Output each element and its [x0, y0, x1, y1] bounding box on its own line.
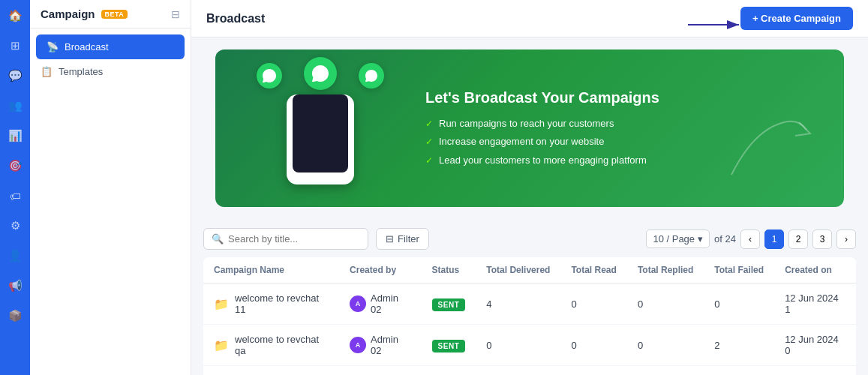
left-sidebar: Campaign BETA ⊟ 📡 Broadcast 📋 Templates	[30, 0, 191, 375]
toolbar: 🔍 ⊟ Filter 10 / Page ▾ of 24 ‹ 1 2 3 ›	[203, 219, 856, 257]
search-icon: 🔍	[212, 233, 224, 244]
cell-created-by-0: A Admin 02	[339, 284, 422, 325]
campaign-table: Campaign Name Created by Status Total De…	[203, 257, 856, 375]
cell-replied-0: 0	[627, 284, 704, 325]
cell-failed-2: 3	[704, 366, 774, 376]
total-pages: of 24	[714, 233, 736, 244]
chevron-down-icon: ▾	[698, 233, 703, 244]
broadcast-label: Broadcast	[65, 41, 109, 52]
user-icon[interactable]: 👤	[7, 248, 23, 264]
search-box[interactable]: 🔍	[203, 228, 368, 250]
chart-icon[interactable]: 📊	[7, 128, 23, 144]
cell-read-0: 0	[560, 284, 626, 325]
sidebar-item-templates[interactable]: 📋 Templates	[30, 59, 191, 84]
cell-created-by-2: A Admin 02	[339, 366, 422, 376]
arrow-indicator	[688, 16, 748, 33]
target-icon[interactable]: 🎯	[7, 158, 23, 174]
cell-status-2: SENT	[422, 366, 476, 376]
beta-badge: BETA	[101, 10, 128, 19]
per-page-label: 10 / Page	[653, 233, 695, 244]
cell-name-1: 📁 welcome to revchat qa	[203, 325, 339, 366]
check-icon-2: ✓	[425, 136, 433, 148]
wa-bubble-2	[304, 57, 337, 90]
grid-icon[interactable]: ⊞	[7, 38, 23, 54]
col-total-read: Total Read	[560, 257, 626, 284]
contacts-icon[interactable]: 👥	[7, 98, 23, 114]
cell-created-on-2: 12 Jun 2024 0	[774, 366, 856, 376]
page-title: Broadcast	[206, 12, 265, 26]
banner-illustration	[245, 72, 395, 184]
col-campaign-name: Campaign Name	[203, 257, 339, 284]
cell-delivered-2: 0	[476, 366, 560, 376]
wa-bubble-3	[359, 63, 384, 88]
sidebar-collapse-button[interactable]: ⊟	[171, 8, 180, 20]
page-button-2[interactable]: 2	[788, 230, 808, 249]
col-created-on: Created on	[774, 257, 856, 284]
col-created-by: Created by	[339, 257, 422, 284]
filter-label: Filter	[398, 233, 419, 244]
table-row: 📁 welcome to revchat 11 A Admin 02 SENT …	[203, 284, 856, 325]
megaphone-icon[interactable]: 📢	[7, 278, 23, 294]
col-total-failed: Total Failed	[704, 257, 774, 284]
broadcast-icon: 📡	[47, 41, 59, 52]
create-campaign-button[interactable]: + Create Campaign	[740, 7, 853, 30]
sidebar-item-broadcast[interactable]: 📡 Broadcast	[36, 34, 185, 59]
next-page-button[interactable]: ›	[836, 230, 856, 249]
templates-icon: 📋	[41, 66, 53, 77]
table-header: Campaign Name Created by Status Total De…	[203, 257, 856, 284]
table-header-row: Campaign Name Created by Status Total De…	[203, 257, 856, 284]
cell-replied-2: 0	[627, 366, 704, 376]
cell-name-0: 📁 welcome to revchat 11	[203, 284, 339, 325]
settings-icon[interactable]: ⚙	[7, 218, 23, 234]
filter-button[interactable]: ⊟ Filter	[376, 228, 429, 250]
prev-page-button[interactable]: ‹	[740, 230, 760, 249]
broadcast-banner: Let's Broadcast Your Campaigns ✓ Run cam…	[215, 50, 844, 207]
tag-icon[interactable]: 🏷	[7, 188, 23, 204]
admin-avatar-1: A	[350, 337, 366, 353]
sidebar-title: Campaign	[41, 8, 95, 20]
cell-created-on-1: 12 Jun 2024 0	[774, 325, 856, 366]
banner-title: Let's Broadcast Your Campaigns	[425, 89, 814, 106]
home-icon[interactable]: 🏠	[7, 8, 23, 24]
table-row: 📁 welcome to revchat qa A Admin 02 SENT …	[203, 325, 856, 366]
check-icon-3: ✓	[425, 154, 433, 167]
folder-icon-1: 📁	[214, 338, 229, 352]
cell-status-0: SENT	[422, 284, 476, 325]
cell-read-2: 0	[560, 366, 626, 376]
cell-replied-1: 0	[627, 325, 704, 366]
phone-shape	[287, 94, 354, 184]
cell-created-by-1: A Admin 02	[339, 325, 422, 366]
cell-name-2: 📁 welcome to revchat	[203, 366, 339, 376]
chat-icon[interactable]: 💬	[7, 68, 23, 84]
folder-icon-0: 📁	[214, 297, 229, 311]
status-badge-0: SENT	[432, 298, 466, 311]
cell-created-on-0: 12 Jun 2024 1	[774, 284, 856, 325]
cell-failed-0: 0	[704, 284, 774, 325]
templates-label: Templates	[59, 66, 103, 77]
content-area: Let's Broadcast Your Campaigns ✓ Run cam…	[191, 38, 868, 375]
top-header: Broadcast + Create Campaign	[191, 0, 868, 38]
table-row: 📁 welcome to revchat A Admin 02 SENT 0 0…	[203, 366, 856, 376]
box-icon[interactable]: 📦	[7, 308, 23, 324]
sidebar-nav: 📡 Broadcast 📋 Templates	[30, 28, 191, 90]
wa-bubbles	[245, 57, 395, 90]
main-content: Broadcast + Create Campaign	[191, 0, 868, 375]
col-status: Status	[422, 257, 476, 284]
check-icon-1: ✓	[425, 118, 433, 130]
col-total-replied: Total Replied	[627, 257, 704, 284]
page-button-3[interactable]: 3	[812, 230, 832, 249]
sidebar-header: Campaign BETA ⊟	[30, 0, 191, 28]
per-page-select[interactable]: 10 / Page ▾	[646, 230, 710, 248]
cell-delivered-0: 4	[476, 284, 560, 325]
wa-bubble-1	[257, 63, 282, 88]
arrow-svg	[688, 16, 748, 33]
phone-screen	[293, 94, 348, 172]
status-badge-1: SENT	[432, 340, 466, 352]
page-button-1[interactable]: 1	[764, 230, 784, 249]
col-total-delivered: Total Delivered	[476, 257, 560, 284]
filter-icon: ⊟	[386, 233, 394, 244]
cell-failed-1: 2	[704, 325, 774, 366]
cell-delivered-1: 0	[476, 325, 560, 366]
cell-status-1: SENT	[422, 325, 476, 366]
search-input[interactable]	[228, 233, 360, 244]
